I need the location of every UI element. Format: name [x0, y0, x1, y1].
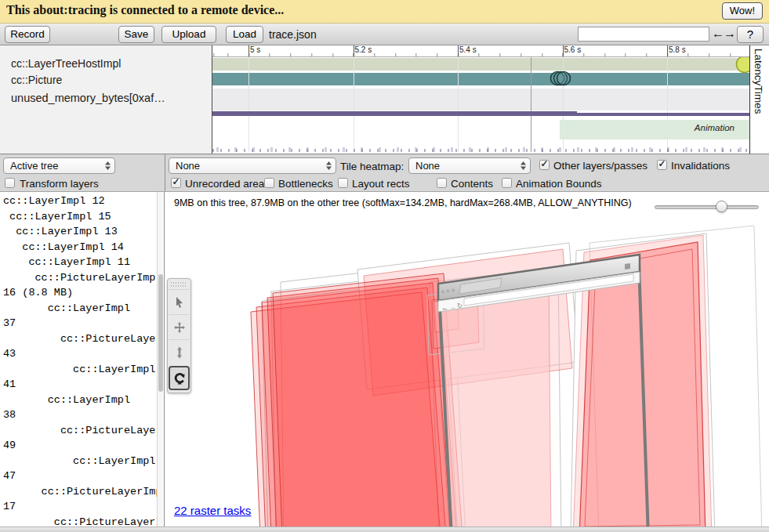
raster-tasks-link[interactable]: 22 raster tasks	[174, 504, 251, 517]
layer-tree-item[interactable]: 43	[3, 346, 158, 362]
track-name-panel: cc::LayerTreeHostImpl cc::Picture unused…	[0, 45, 212, 154]
tree-select[interactable]: Active tree	[3, 157, 115, 174]
layer-tree-item[interactable]: cc::PictureLayerImpl	[3, 331, 158, 347]
layer-color-select[interactable]: None	[169, 157, 336, 174]
select-arrows-icon	[520, 161, 527, 171]
unrecorded-area-label: Unrecorded area	[185, 178, 264, 190]
timeline-section: cc::LayerTreeHostImpl cc::Picture unused…	[0, 45, 769, 154]
layer-tree-item[interactable]: 37	[3, 316, 158, 331]
layer-tree-panel: cc::LayerImpl 12 cc::LayerImpl 15 cc::La…	[0, 192, 165, 527]
layer-tree-item[interactable]: cc::PictureLayerImpl	[3, 515, 158, 527]
layer-tree-item[interactable]: cc::LayerImpl 11	[3, 255, 158, 270]
canvas-tool-palette	[167, 278, 191, 393]
forward-icon: →	[449, 303, 456, 311]
wow-button[interactable]: Wow!	[722, 2, 763, 20]
upload-button[interactable]: Upload	[161, 26, 216, 43]
select-arrows-icon	[325, 161, 332, 171]
memory-slider-thumb[interactable]	[716, 201, 727, 212]
group-label-times[interactable]: Times	[753, 85, 764, 114]
track-group-label-strip: LatencyTimes	[749, 45, 769, 154]
tile-heatmap-label: Tile heatmap:	[340, 161, 404, 172]
other-layers-checkbox[interactable]	[539, 160, 550, 170]
window-corner-box	[625, 263, 630, 270]
layout-rects-checkbox[interactable]	[338, 178, 348, 188]
pan-tool-button[interactable]	[169, 314, 190, 339]
pan-arrows-icon	[173, 321, 186, 334]
group-label-latency[interactable]: Latency	[753, 49, 764, 85]
track-name-picture[interactable]: cc::Picture	[11, 74, 62, 86]
left-layer-stack[interactable]	[251, 273, 462, 527]
other-layers-label: Other layers/passes	[553, 160, 647, 172]
record-button[interactable]: Record	[5, 26, 50, 43]
layer-tree-item[interactable]: 47	[3, 469, 158, 484]
zoom-tool-button[interactable]	[169, 339, 190, 364]
find-prev-next-arrows[interactable]: ←→	[712, 27, 735, 41]
layer-tree-item[interactable]: cc::PictureLayerImpl	[3, 484, 158, 500]
ruler-tick: 5 s	[248, 45, 249, 56]
main-toolbar: Record Save Upload Load trace.json ←→ ?	[0, 24, 769, 45]
picture-instant-event-icon[interactable]	[557, 72, 571, 85]
invalidations-checkbox[interactable]	[657, 160, 667, 170]
unrecorded-area-checkbox[interactable]	[171, 178, 181, 188]
palette-drag-grip[interactable]	[171, 281, 187, 288]
track-name-unused-memory[interactable]: unused_memory_bytes[0xaf…	[11, 92, 165, 104]
rotate-tool-button[interactable]	[169, 366, 190, 390]
track-name-layertreehostimpl[interactable]: cc::LayerTreeHostImpl	[11, 57, 121, 70]
bottom-scrollbar-strip[interactable]	[0, 527, 769, 532]
layer-tree-item[interactable]: 38	[3, 407, 158, 423]
layer-tree-scrollbar[interactable]	[157, 192, 163, 527]
layer-tree-list: cc::LayerImpl 12 cc::LayerImpl 15 cc::La…	[3, 194, 158, 527]
layer-tree-item[interactable]: cc::LayerImpl	[3, 393, 158, 408]
help-button[interactable]: ?	[737, 26, 764, 43]
save-button[interactable]: Save	[118, 26, 154, 43]
remote-device-banner: This about:tracing is connected to a rem…	[0, 0, 769, 24]
ruler-tick: 5.6 s	[563, 45, 564, 56]
layer-tree-item[interactable]: cc::LayerImpl 14	[3, 240, 158, 255]
traffic-light-icon	[452, 289, 455, 292]
vertical-arrows-icon	[173, 346, 186, 359]
trace-filename: trace.json	[269, 28, 317, 41]
layer-quad-scene: ← → ↻	[165, 192, 769, 527]
scrollbar-thumb[interactable]	[158, 274, 163, 392]
memory-slider-track[interactable]	[655, 205, 759, 209]
layer-tree-item[interactable]: cc::LayerImpl	[3, 362, 158, 378]
ruler-tick: 5.2 s	[354, 45, 354, 56]
layer-tree-item[interactable]: 17	[3, 499, 158, 515]
bottlenecks-label: Bottlenecks	[278, 178, 333, 190]
select-tool-button[interactable]	[169, 289, 190, 314]
layer-viewer-canvas[interactable]: ← → ↻ 9MB on this tree, 87.9MB on the ot…	[165, 192, 769, 527]
snapshot-marker-icon[interactable]	[737, 56, 750, 73]
banner-message: This about:tracing is connected to a rem…	[6, 3, 284, 17]
transform-layers-checkbox[interactable]	[5, 178, 15, 188]
layout-rects-label: Layout rects	[352, 178, 410, 190]
center-layer-quad[interactable]	[440, 276, 551, 527]
layer-tree-item[interactable]: cc::LayerImpl	[3, 454, 158, 469]
ruler-tick: 5.4 s	[458, 45, 459, 56]
timeline-tracks[interactable]: Animation 5 s5.2 s5.4 s5.6 s5.8 s	[212, 45, 749, 154]
contents-checkbox[interactable]	[437, 178, 447, 188]
search-input[interactable]	[578, 27, 709, 42]
tracing-window: This about:tracing is connected to a rem…	[0, 0, 769, 532]
back-icon: ←	[441, 304, 448, 312]
layer-tree-item[interactable]: 41	[3, 377, 158, 393]
layer-tree-item[interactable]: cc::PictureLayerImpl	[3, 270, 158, 286]
layer-view-controls: Active tree Transform layers None Tile h…	[0, 154, 769, 192]
layer-tree-item[interactable]: 16 (8.8 MB)	[3, 285, 158, 301]
load-button[interactable]: Load	[226, 26, 263, 43]
reload-icon: ↻	[457, 302, 462, 309]
layer-tree-item[interactable]: cc::PictureLayerImpl	[3, 423, 158, 439]
animation-bounds-checkbox[interactable]	[502, 178, 512, 188]
tile-heatmap-select[interactable]: None	[408, 157, 531, 174]
panel-divider	[165, 154, 165, 191]
layer-tree-item[interactable]: cc::LayerImpl 15	[3, 209, 158, 225]
cursor-arrow-icon	[173, 296, 186, 309]
layer-tree-item[interactable]: 49	[3, 438, 158, 454]
layer-tree-item[interactable]: cc::LayerImpl	[3, 301, 158, 317]
transform-layers-label: Transform layers	[20, 178, 99, 190]
layer-tree-item[interactable]: cc::LayerImpl 13	[3, 224, 158, 240]
traffic-light-icon	[441, 291, 444, 294]
timeline-ruler: 5 s5.2 s5.4 s5.6 s5.8 s	[212, 45, 749, 57]
traffic-light-icon	[447, 290, 450, 293]
layer-tree-item[interactable]: cc::LayerImpl 12	[3, 194, 158, 209]
bottlenecks-checkbox[interactable]	[264, 178, 274, 188]
